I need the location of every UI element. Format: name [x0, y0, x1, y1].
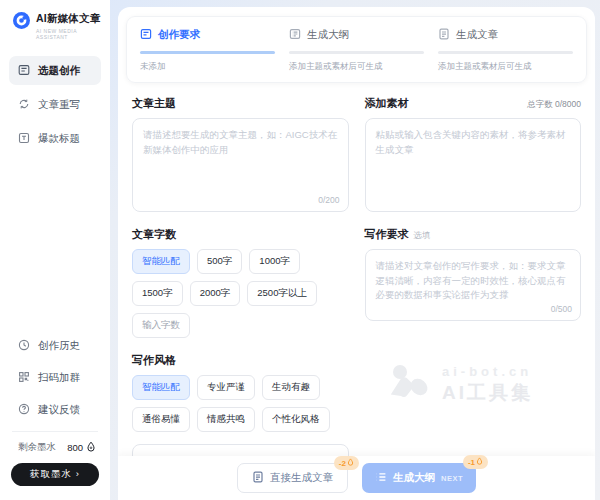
feedback-icon [18, 403, 30, 417]
word-count-option-2000[interactable]: 2000字 [190, 281, 241, 306]
sidebar-divider [12, 431, 98, 432]
material-input[interactable] [365, 118, 582, 212]
step-progress-bar [438, 51, 573, 54]
step-status: 添加主题或素材后可生成 [438, 61, 573, 73]
topic-input[interactable] [132, 118, 349, 212]
step-label: 生成文章 [456, 28, 498, 42]
style-options: 智能匹配 专业严谨 生动有趣 通俗易懂 情感共鸣 个性化风格 [132, 375, 349, 432]
step-progress-bar [289, 51, 424, 54]
word-count-option-500[interactable]: 500字 [197, 249, 242, 274]
style-option-personalized[interactable]: 个性化风格 [262, 407, 330, 432]
word-count-label: 文章字数 [132, 227, 176, 242]
step-creation-requirements[interactable]: 创作要求 未添加 [140, 28, 275, 73]
app-logo: AI新媒体文章 AI NEW MEDIA ASSISTANT [0, 0, 110, 40]
direct-generate-cost-badge: -2 [334, 456, 359, 470]
sidebar: AI新媒体文章 AI NEW MEDIA ASSISTANT 选题创作 文章重写… [0, 0, 110, 500]
requirements-counter: 0/500 [551, 304, 572, 314]
sidebar-item-label: 创作历史 [38, 339, 80, 353]
step-generate-outline[interactable]: 生成大纲 添加主题或素材后可生成 [289, 28, 424, 73]
step-label: 生成大纲 [307, 28, 349, 42]
word-count-option-smart[interactable]: 智能匹配 [132, 249, 190, 274]
sidebar-item-label: 建议反馈 [38, 403, 80, 417]
style-option-professional[interactable]: 专业严谨 [197, 375, 255, 400]
qr-code-icon [18, 371, 30, 385]
material-label: 添加素材 [365, 96, 409, 111]
main-panel: 创作要求 未添加 生成大纲 添加主题或素材后可生成 生成文章 添加主题或素材后可… [118, 7, 595, 500]
sidebar-item-label: 选题创作 [38, 64, 80, 78]
requirements-input[interactable] [365, 249, 582, 321]
sidebar-bottom: 创作历史 扫码加群 建议反馈 剩余墨水 800 获取墨水 › [0, 316, 110, 486]
style-option-plain[interactable]: 通俗易懂 [132, 407, 190, 432]
generate-outline-cost-badge: -1 [463, 455, 488, 469]
footer-action-bar: 直接生成文章 -2 生成大纲 NEXT -1 [118, 456, 595, 500]
article-rewrite-icon [18, 98, 30, 112]
app-subtitle: AI NEW MEDIA ASSISTANT [36, 28, 110, 40]
ink-drop-icon [476, 457, 483, 467]
sidebar-footer-menu: 创作历史 扫码加群 建议反馈 [0, 332, 110, 423]
generate-outline-button[interactable]: 生成大纲 NEXT -1 [362, 463, 476, 493]
sidebar-item-label: 爆款标题 [38, 132, 80, 146]
direct-generate-label: 直接生成文章 [270, 471, 333, 485]
form-right-column: 添加素材 总字数 0/8000 写作要求选填 0/500 [365, 83, 582, 500]
sidebar-item-label: 扫码加群 [38, 371, 80, 385]
next-tag: NEXT [441, 474, 463, 483]
word-count-custom-input[interactable]: 输入字数 [132, 313, 190, 338]
ink-drop-icon [347, 458, 354, 468]
app-logo-icon [13, 12, 30, 29]
get-ink-button[interactable]: 获取墨水 › [11, 463, 99, 486]
word-count-option-1000[interactable]: 1000字 [249, 249, 300, 274]
sidebar-menu: 选题创作 文章重写 爆款标题 [0, 56, 110, 153]
step-generate-article[interactable]: 生成文章 添加主题或素材后可生成 [438, 28, 573, 73]
word-count-option-2500plus[interactable]: 2500字以上 [247, 281, 317, 306]
creation-requirements-icon [140, 28, 152, 42]
direct-generate-article-button[interactable]: 直接生成文章 -2 [237, 463, 348, 493]
sidebar-item-history[interactable]: 创作历史 [9, 332, 101, 359]
word-count-options: 智能匹配 500字 1000字 1500字 2000字 2500字以上 输入字数 [132, 249, 349, 338]
ink-drop-icon [86, 441, 96, 454]
sidebar-item-label: 文章重写 [38, 98, 80, 112]
ink-balance-value: 800 [67, 442, 83, 453]
ink-balance-label: 剩余墨水 [18, 441, 56, 454]
style-option-vivid[interactable]: 生动有趣 [262, 375, 320, 400]
creation-form: 文章主题 0/200 文章字数 智能匹配 500字 1000字 1500字 20… [118, 83, 595, 500]
style-option-emotional[interactable]: 情感共鸣 [197, 407, 255, 432]
requirements-label: 写作要求 [365, 228, 409, 240]
topic-creation-icon [18, 64, 30, 78]
step-status: 添加主题或素材后可生成 [289, 61, 424, 73]
sidebar-item-article-rewrite[interactable]: 文章重写 [9, 90, 101, 119]
material-total-counter: 0/8000 [555, 99, 581, 109]
topic-label: 文章主题 [132, 96, 176, 111]
word-count-option-1500[interactable]: 1500字 [132, 281, 183, 306]
generate-outline-icon [289, 28, 301, 42]
sidebar-item-topic-creation[interactable]: 选题创作 [9, 56, 101, 85]
app-title: AI新媒体文章 [36, 12, 110, 26]
generate-outline-label: 生成大纲 [393, 471, 435, 485]
step-status: 未添加 [140, 61, 275, 73]
history-icon [18, 339, 30, 353]
ink-balance-row: 剩余墨水 800 [0, 441, 110, 454]
hot-title-icon [18, 132, 30, 146]
step-progress-bar [140, 51, 275, 54]
steps-card: 创作要求 未添加 生成大纲 添加主题或素材后可生成 生成文章 添加主题或素材后可… [126, 16, 587, 83]
sidebar-item-feedback[interactable]: 建议反馈 [9, 396, 101, 423]
generate-article-icon [438, 28, 450, 42]
sidebar-item-hot-title[interactable]: 爆款标题 [9, 124, 101, 153]
sidebar-item-qr-group[interactable]: 扫码加群 [9, 364, 101, 391]
material-total-label: 总字数 [527, 99, 553, 109]
document-icon [252, 471, 264, 485]
list-icon [375, 471, 387, 485]
style-option-smart[interactable]: 智能匹配 [132, 375, 190, 400]
requirements-optional-tag: 选填 [414, 230, 431, 240]
topic-counter: 0/200 [318, 195, 339, 205]
form-left-column: 文章主题 0/200 文章字数 智能匹配 500字 1000字 1500字 20… [132, 83, 349, 500]
style-label: 写作风格 [132, 353, 176, 368]
step-label: 创作要求 [158, 28, 200, 42]
